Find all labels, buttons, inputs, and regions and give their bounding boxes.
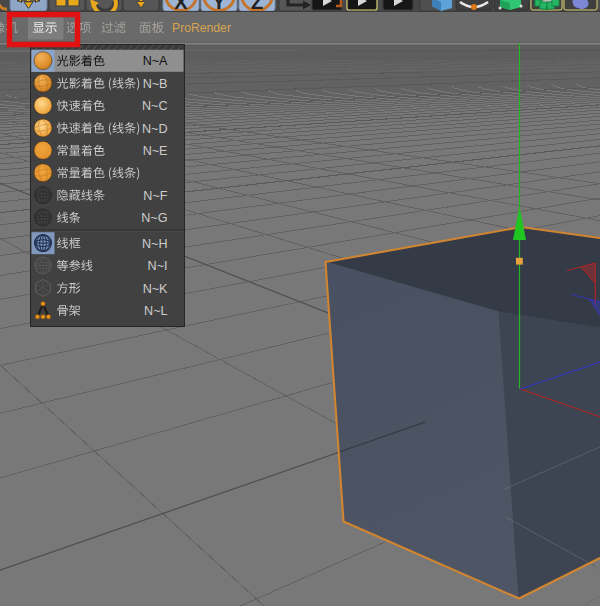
svg-text:N~G: N~G: [141, 211, 167, 225]
svg-text:N~B: N~B: [143, 77, 168, 91]
svg-text:N~A: N~A: [143, 54, 168, 68]
svg-text:N~H: N~H: [142, 237, 168, 251]
svg-text:N~I: N~I: [148, 259, 168, 273]
svg-text:N~D: N~D: [142, 122, 168, 136]
svg-text:N~C: N~C: [142, 99, 168, 113]
svg-text:N~E: N~E: [143, 144, 168, 158]
svg-text:X: X: [174, 0, 188, 13]
svg-text:N~K: N~K: [143, 282, 168, 296]
svg-text:Z: Z: [251, 0, 263, 13]
svg-text:N~L: N~L: [144, 304, 167, 318]
svg-text:ProRender: ProRender: [172, 21, 231, 35]
svg-text:N~F: N~F: [143, 189, 167, 203]
svg-text:Y: Y: [212, 0, 226, 13]
